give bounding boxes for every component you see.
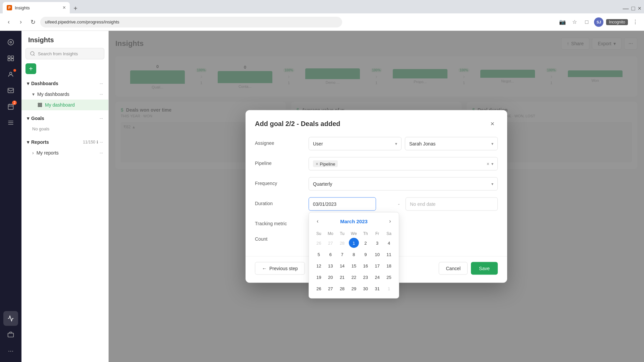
calendar-day[interactable]: 25	[384, 272, 394, 282]
calendar-day[interactable]: 30	[361, 284, 371, 294]
reports-header[interactable]: ▾ Reports 11/150 ℹ ···	[21, 137, 108, 147]
window-close-button[interactable]: ×	[638, 5, 641, 12]
calendar-day[interactable]: 4	[384, 238, 394, 248]
calendar-day[interactable]: 8	[349, 249, 359, 259]
svg-rect-14	[40, 105, 42, 107]
calendar-day[interactable]: 27	[325, 238, 335, 248]
sidebar-header: Insights	[21, 31, 108, 48]
calendar-day[interactable]: 16	[361, 261, 371, 271]
sidebar-item-contacts[interactable]	[3, 67, 18, 82]
weekday-fr: Fr	[371, 230, 383, 237]
activities-badge: 2	[12, 101, 17, 105]
restore-button[interactable]: □	[632, 5, 635, 12]
minimize-button[interactable]: —	[623, 5, 629, 12]
active-tab[interactable]: P Insights ×	[3, 2, 70, 13]
duration-start-input[interactable]	[309, 197, 376, 211]
calendar-day[interactable]: 27	[325, 284, 335, 294]
calendar-day[interactable]: 3	[372, 238, 382, 248]
assignee-type-select[interactable]: User ▾	[309, 137, 401, 150]
assignee-name-select[interactable]: Sarah Jonas ▾	[405, 137, 498, 150]
sidebar-item-settings[interactable]: ···	[3, 343, 18, 358]
back-button[interactable]: ‹	[4, 17, 13, 27]
sidebar-title: Insights	[28, 36, 54, 44]
calendar-day[interactable]: 14	[337, 261, 347, 271]
new-tab-button[interactable]: +	[70, 3, 80, 13]
sidebar-item-my-reports[interactable]: › My reports ···	[21, 147, 108, 158]
pipeline-clear-button[interactable]: ×	[487, 161, 489, 167]
pipeline-field[interactable]: × Pipeline × ▾	[309, 157, 498, 171]
calendar-day[interactable]: 21	[337, 272, 347, 282]
calendar-day[interactable]: 12	[314, 261, 324, 271]
calendar-day[interactable]: 24	[372, 272, 382, 282]
calendar-day[interactable]: 18	[384, 261, 394, 271]
calendar-day[interactable]: 1	[349, 238, 359, 248]
sidebar-item-products[interactable]	[3, 327, 18, 342]
sidebar-item-insights[interactable]	[3, 311, 18, 326]
calendar-day[interactable]: 11	[384, 249, 394, 259]
dashboards-header[interactable]: ▾ Dashboards ···	[21, 78, 108, 89]
address-bar[interactable]: uifeed.pipedrive.com/progress/insights	[40, 17, 342, 27]
calendar-day[interactable]: 13	[325, 261, 335, 271]
sidebar-item-mail[interactable]	[3, 83, 18, 98]
pipeline-tag-remove[interactable]: ×	[316, 161, 318, 167]
calendar-day[interactable]: 22	[349, 272, 359, 282]
previous-step-button[interactable]: ← Previous step	[255, 262, 305, 275]
calendar-day[interactable]: 2	[361, 238, 371, 248]
calendar-prev-button[interactable]: ‹	[313, 217, 322, 226]
calendar-day[interactable]: 10	[372, 249, 382, 259]
frequency-label: Frequency	[255, 177, 309, 186]
svg-rect-13	[38, 105, 40, 107]
calendar-day[interactable]: 20	[325, 272, 335, 282]
sidebar-item-deals[interactable]	[3, 51, 18, 66]
search-icon	[30, 51, 35, 56]
calendar-day[interactable]: 1	[384, 284, 394, 294]
calendar-day[interactable]: 29	[349, 284, 359, 294]
tab-close-button[interactable]: ×	[63, 5, 66, 11]
sidebar-item-pipeline[interactable]	[3, 115, 18, 130]
sidebar-item-activities[interactable]: 2	[3, 99, 18, 114]
frequency-select[interactable]: Quarterly ▾	[309, 177, 498, 191]
menu-icon[interactable]: ⋮	[631, 17, 640, 27]
goals-header[interactable]: ▾ Goals ···	[21, 113, 108, 124]
calendar-day[interactable]: 26	[314, 284, 324, 294]
incognito-badge: Incognito	[606, 19, 628, 25]
calendar-day[interactable]: 17	[372, 261, 382, 271]
calendar-header: ‹ March 2023 ›	[313, 217, 395, 226]
svg-rect-7	[8, 88, 14, 93]
calendar-day[interactable]: 28	[337, 238, 347, 248]
calendar-day[interactable]: 9	[361, 249, 371, 259]
forward-button[interactable]: ›	[16, 17, 25, 27]
frequency-arrow: ▾	[491, 182, 493, 186]
calendar-day[interactable]: 5	[314, 249, 324, 259]
pipeline-row: Pipeline × Pipeline × ▾	[255, 157, 498, 171]
assignee-type-wrapper: User ▾	[309, 137, 401, 150]
calendar-day[interactable]: 6	[325, 249, 335, 259]
sidebar-item-my-dashboard[interactable]: My dashboard	[21, 100, 108, 110]
star-icon[interactable]: ☆	[570, 17, 579, 27]
calendar-day[interactable]: 7	[337, 249, 347, 259]
calendar-day[interactable]: 15	[349, 261, 359, 271]
modal-close-button[interactable]: ×	[487, 118, 498, 129]
save-button[interactable]: Save	[471, 262, 498, 275]
sidebar-item-home[interactable]	[3, 35, 18, 50]
calendar-day[interactable]: 19	[314, 272, 324, 282]
svg-point-6	[10, 72, 12, 74]
calendar-day[interactable]: 31	[372, 284, 382, 294]
pipeline-arrow: ▾	[491, 162, 493, 166]
frequency-controls: Quarterly ▾	[309, 177, 498, 191]
calendar-day[interactable]: 23	[361, 272, 371, 282]
duration-end-input[interactable]: No end date	[406, 197, 498, 211]
duration-start-wrapper: ‹ March 2023 › Su Mo Tu	[309, 197, 392, 211]
calendar-day[interactable]: 28	[337, 284, 347, 294]
dashboard-icon	[38, 103, 42, 107]
svg-rect-5	[11, 59, 14, 61]
calendar-day[interactable]: 26	[314, 238, 324, 248]
cancel-button[interactable]: Cancel	[439, 262, 468, 275]
search-input-wrapper[interactable]: Search from Insights	[25, 48, 104, 59]
svg-rect-3	[11, 56, 14, 58]
reload-button[interactable]: ↻	[28, 17, 38, 27]
assignee-name-arrow: ▾	[491, 141, 493, 146]
add-button[interactable]: +	[25, 63, 36, 74]
calendar-next-button[interactable]: ›	[385, 217, 395, 226]
sidebar-item-my-dashboards[interactable]: ▾ My dashboards ···	[21, 89, 108, 100]
